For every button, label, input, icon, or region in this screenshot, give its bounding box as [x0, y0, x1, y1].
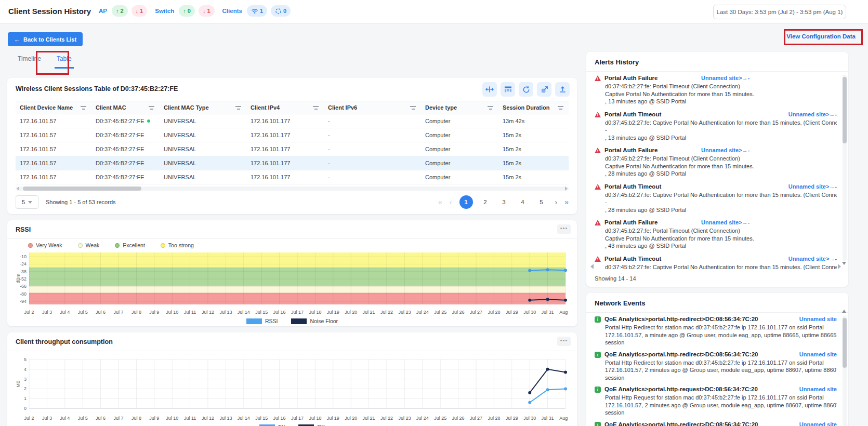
site-link[interactable]: Unnamed site	[799, 316, 837, 322]
site-link[interactable]: Unnamed site	[799, 351, 837, 357]
table-horizontal-scrollbar[interactable]	[16, 187, 569, 191]
info-icon: i	[595, 422, 601, 426]
pager: « ‹ 12345 › »	[438, 195, 569, 209]
cell: 172.16.101.177	[246, 156, 324, 170]
switch-up-badge[interactable]: ↑0	[179, 5, 195, 17]
refresh-button[interactable]	[519, 82, 533, 97]
throughput-series-legend: TXRX	[7, 424, 577, 426]
events-scrollbar[interactable]	[843, 316, 847, 426]
ap-label: AP	[99, 8, 107, 14]
site-link[interactable]: Unnamed site>→-	[788, 256, 837, 262]
table-row[interactable]: 172.16.101.57D0:37:45:B2:27:FEUNIVERSAL1…	[16, 128, 569, 142]
svg-text:Jul 16: Jul 16	[273, 416, 286, 421]
first-page-button[interactable]: «	[438, 198, 442, 206]
svg-text:Jul 22: Jul 22	[380, 310, 393, 315]
events-card-header: Network Events	[586, 293, 848, 313]
switch-down-badge[interactable]: ↓1	[199, 5, 215, 17]
svg-text:Jul 16: Jul 16	[273, 310, 286, 315]
event-item: iQoE Analytics>portal.http-redirect>DC:0…	[595, 316, 837, 347]
export-icon	[559, 86, 567, 94]
svg-text:Jul 9: Jul 9	[149, 416, 159, 421]
table-row[interactable]: 172.16.101.57D0:37:45:B2:27:FEUNIVERSAL1…	[16, 170, 569, 184]
scroll-down-icon[interactable]	[842, 262, 846, 265]
scroll-up-icon[interactable]	[842, 310, 846, 313]
tab-table[interactable]: Table	[55, 53, 74, 69]
back-to-clients-button[interactable]: Back to Clients List	[8, 32, 83, 46]
filter-icon[interactable]	[410, 105, 416, 110]
page-button-5[interactable]: 5	[535, 196, 548, 208]
column-label: Client IPv4	[251, 104, 280, 111]
cell: UNIVERSAL	[160, 114, 246, 128]
page-button-2[interactable]: 2	[479, 196, 492, 208]
horizontal-scroll-thumb[interactable]	[23, 187, 141, 191]
page-button-3[interactable]: 3	[498, 196, 510, 208]
site-link[interactable]: Unnamed site>→-	[788, 111, 837, 117]
ap-up-badge[interactable]: ↑2	[112, 5, 128, 17]
filter-icon[interactable]	[235, 105, 241, 110]
column-label: Client IPv6	[328, 104, 357, 111]
alerts-scrollbar[interactable]	[843, 75, 847, 261]
more-options-icon[interactable]: •••	[557, 224, 571, 234]
alert-header: !Portal Auth TimeoutUnnamed site>→-	[595, 256, 837, 263]
clients-roaming-badge[interactable]: 0	[271, 5, 291, 17]
site-link[interactable]: Unnamed site	[799, 421, 837, 426]
legend-label: Very Weak	[36, 242, 62, 248]
alert-warning-icon: !	[595, 112, 601, 117]
table-row[interactable]: 172.16.101.57D0:37:45:B2:27:FEUNIVERSAL1…	[16, 142, 569, 156]
cell: D0:37:45:B2:27:FE	[91, 156, 160, 170]
page-size-select[interactable]: 5	[16, 195, 38, 209]
filter-icon[interactable]	[313, 105, 319, 110]
svg-text:Jul 3: Jul 3	[42, 310, 52, 315]
svg-text:Jul 30: Jul 30	[523, 310, 536, 315]
filter-icon[interactable]	[81, 105, 86, 110]
last-page-button[interactable]: »	[564, 198, 569, 206]
legend-label: Too strong	[168, 242, 194, 248]
filter-icon[interactable]	[558, 105, 563, 110]
svg-text:Jul 7: Jul 7	[113, 310, 123, 315]
page-button-1[interactable]: 1	[459, 195, 473, 209]
filter-icon[interactable]	[149, 105, 154, 110]
legend-item: Excellent	[115, 242, 145, 248]
cell: UNIVERSAL	[160, 170, 246, 184]
back-button-label: Back to Clients List	[23, 36, 76, 43]
columns-button[interactable]	[501, 82, 515, 97]
cell: D0:37:45:B2:27:FE	[91, 128, 160, 142]
site-link[interactable]: Unnamed site>→-	[701, 147, 749, 153]
svg-text:Jul 4: Jul 4	[60, 416, 70, 421]
alerts-scroll-right-icon[interactable]	[838, 264, 841, 269]
ap-down-badge[interactable]: ↓1	[131, 5, 148, 17]
site-link[interactable]: Unnamed site	[799, 386, 837, 392]
svg-text:-38: -38	[20, 269, 27, 274]
alerts-scroll-left-icon[interactable]	[590, 264, 594, 269]
site-link[interactable]: Unnamed site>→-	[701, 219, 749, 225]
table-row[interactable]: 172.16.101.57D0:37:45:B2:27:FEUNIVERSAL1…	[16, 156, 569, 170]
page-button-4[interactable]: 4	[517, 196, 529, 208]
site-link[interactable]: Unnamed site>→-	[788, 183, 837, 190]
svg-text:Jul 27: Jul 27	[470, 416, 482, 421]
filter-icon[interactable]	[488, 105, 493, 110]
svg-text:-94: -94	[20, 299, 27, 304]
more-options-icon[interactable]: •••	[557, 337, 571, 346]
column-label: Client MAC Type	[164, 104, 209, 111]
site-link[interactable]: Unnamed site>→-	[701, 75, 749, 81]
legend-item: RX	[298, 424, 325, 426]
tab-timeline[interactable]: Timeline	[16, 53, 43, 69]
table-row[interactable]: 172.16.101.57D0:37:45:B2:27:FEUNIVERSAL1…	[16, 114, 569, 128]
view-configuration-data-link[interactable]: View Configuration Data	[786, 33, 856, 39]
svg-text:Jul 12: Jul 12	[202, 416, 214, 421]
legend-label: RX	[317, 424, 325, 426]
alerts-list: !Portal Auth FailureUnnamed site>→-d0:37…	[595, 75, 837, 278]
alerts-scroll-thumb[interactable]	[843, 77, 847, 143]
chart-svg: 012345Jul 2Jul 3Jul 4Jul 5Jul 6Jul 7Jul …	[16, 355, 569, 422]
events-scroll-thumb[interactable]	[843, 318, 847, 368]
prev-page-button[interactable]: ‹	[450, 198, 452, 206]
next-page-button[interactable]: ›	[555, 198, 558, 206]
svg-text:Jul 15: Jul 15	[255, 416, 268, 421]
clients-wifi-badge[interactable]: 1	[247, 5, 267, 17]
fit-columns-button[interactable]	[482, 82, 497, 97]
export-button[interactable]	[555, 82, 570, 97]
date-range-picker[interactable]: Last 30 Days: 3:53 pm (Jul 2) - 3:53 pm …	[713, 5, 846, 19]
scroll-right-icon[interactable]	[565, 187, 568, 191]
open-in-new-button[interactable]	[537, 82, 551, 97]
scroll-left-icon[interactable]	[17, 187, 19, 191]
